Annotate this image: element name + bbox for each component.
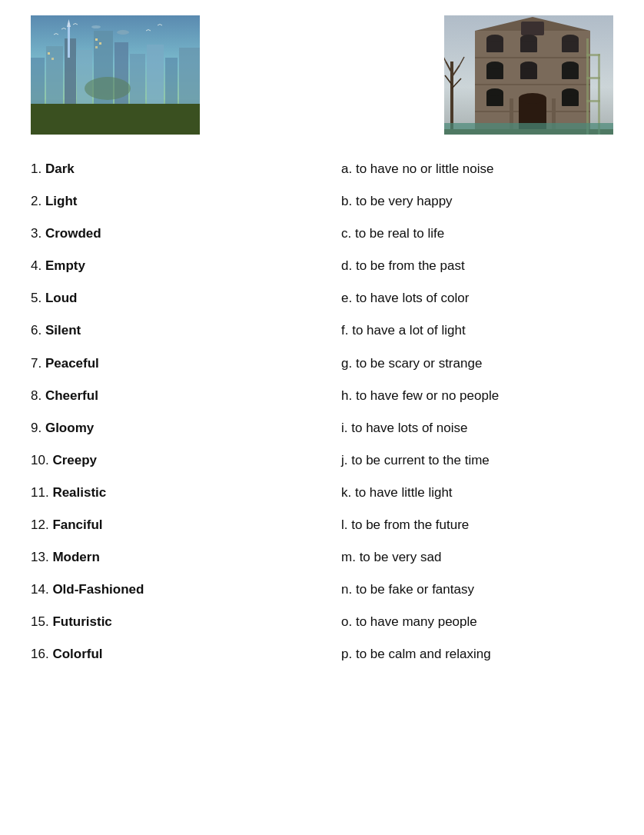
desc-letter: l. xyxy=(341,517,348,532)
desc-text: to be very happy xyxy=(356,194,453,208)
header xyxy=(31,15,613,138)
svg-rect-58 xyxy=(598,54,600,135)
item-word: Gloomy xyxy=(45,421,94,435)
desc-letter: i. xyxy=(341,421,348,435)
svg-rect-3 xyxy=(46,46,63,104)
list-item: 8. Cheerful xyxy=(31,388,303,404)
item-number: 10. xyxy=(31,453,49,467)
item-word: Old-Fashioned xyxy=(52,582,144,597)
page: 1. Dark2. Light3. Crowded4. Empty5. Loud… xyxy=(0,0,644,835)
desc-text: to be fake or fantasy xyxy=(356,582,474,597)
desc-item: b. to be very happy xyxy=(341,193,613,210)
desc-text: to have a lot of light xyxy=(352,323,465,338)
city-image xyxy=(31,15,200,138)
desc-letter: m. xyxy=(341,550,356,564)
list-item: 10. Creepy xyxy=(31,452,303,469)
desc-item: g. to be scary or strange xyxy=(341,355,613,372)
old-building-image xyxy=(444,15,613,138)
desc-text: to be very sad xyxy=(360,550,442,564)
item-word: Colorful xyxy=(52,647,102,661)
svg-rect-10 xyxy=(165,58,178,104)
svg-point-40 xyxy=(520,35,537,42)
svg-rect-13 xyxy=(68,23,70,58)
desc-item: f. to have a lot of light xyxy=(341,322,613,339)
desc-letter: g. xyxy=(341,356,352,371)
svg-rect-4 xyxy=(65,38,76,104)
desc-item: o. to have many people xyxy=(341,614,613,630)
item-word: Loud xyxy=(45,291,78,305)
svg-rect-17 xyxy=(95,38,98,41)
svg-rect-1 xyxy=(31,104,200,135)
item-number: 1. xyxy=(31,161,41,176)
item-number: 2. xyxy=(31,194,41,208)
item-number: 13. xyxy=(31,550,49,564)
item-word: Cheerful xyxy=(45,388,98,403)
svg-rect-32 xyxy=(521,22,544,35)
svg-rect-19 xyxy=(95,46,98,48)
desc-text: to have few or no people xyxy=(356,388,499,403)
desc-item: p. to be calm and relaxing xyxy=(341,646,613,663)
desc-letter: f. xyxy=(341,323,348,338)
desc-letter: h. xyxy=(341,388,352,403)
svg-rect-8 xyxy=(130,54,145,104)
desc-text: to be scary or strange xyxy=(356,356,482,371)
item-word: Light xyxy=(45,194,78,208)
svg-rect-60 xyxy=(586,77,600,79)
svg-point-53 xyxy=(519,93,546,104)
svg-point-39 xyxy=(486,35,503,42)
item-number: 15. xyxy=(31,614,49,629)
svg-point-12 xyxy=(85,77,131,100)
svg-point-45 xyxy=(486,62,503,69)
item-number: 8. xyxy=(31,388,41,403)
svg-rect-20 xyxy=(48,52,50,55)
desc-text: to have lots of noise xyxy=(351,421,467,435)
item-number: 6. xyxy=(31,323,41,338)
desc-letter: c. xyxy=(341,226,351,241)
item-word: Dark xyxy=(45,161,75,176)
list-item: 2. Light xyxy=(31,193,303,210)
item-number: 5. xyxy=(31,291,41,305)
list-item: 5. Loud xyxy=(31,290,303,307)
desc-text: to have little light xyxy=(355,485,453,500)
desc-item: k. to have little light xyxy=(341,484,613,501)
left-column: 1. Dark2. Light3. Crowded4. Empty5. Loud… xyxy=(31,161,318,679)
item-number: 11. xyxy=(31,485,49,500)
item-number: 7. xyxy=(31,356,41,371)
item-number: 4. xyxy=(31,258,41,273)
item-number: 12. xyxy=(31,517,49,532)
right-column: a. to have no or little noiseb. to be ve… xyxy=(318,161,613,679)
svg-point-46 xyxy=(520,62,537,69)
item-word: Fanciful xyxy=(52,517,102,532)
desc-item: n. to be fake or fantasy xyxy=(341,581,613,598)
title-box xyxy=(200,59,444,94)
svg-rect-62 xyxy=(444,123,613,135)
svg-point-50 xyxy=(486,88,503,96)
desc-item: h. to have few or no people xyxy=(341,388,613,404)
list-item: 6. Silent xyxy=(31,322,303,339)
desc-item: c. to be real to life xyxy=(341,225,613,242)
desc-letter: p. xyxy=(341,647,352,661)
desc-text: to have lots of color xyxy=(356,291,469,305)
item-number: 14. xyxy=(31,582,49,597)
svg-rect-21 xyxy=(51,58,54,60)
list-item: 3. Crowded xyxy=(31,225,303,242)
desc-item: m. to be very sad xyxy=(341,549,613,566)
svg-rect-59 xyxy=(586,54,600,56)
list-item: 1. Dark xyxy=(31,161,303,178)
desc-letter: n. xyxy=(341,582,352,597)
item-word: Realistic xyxy=(52,485,106,500)
item-number: 9. xyxy=(31,421,41,435)
desc-letter: o. xyxy=(341,614,352,629)
svg-point-15 xyxy=(117,30,129,35)
desc-text: to be from the future xyxy=(351,517,469,532)
desc-text: to be calm and relaxing xyxy=(356,647,491,661)
svg-rect-9 xyxy=(147,45,164,104)
svg-rect-11 xyxy=(179,48,200,104)
desc-item: i. to have lots of noise xyxy=(341,420,613,437)
item-number: 16. xyxy=(31,647,49,661)
svg-point-51 xyxy=(562,88,579,96)
desc-item: l. to be from the future xyxy=(341,517,613,534)
desc-text: to have many people xyxy=(356,614,477,629)
desc-item: j. to be current to the time xyxy=(341,452,613,469)
desc-item: e. to have lots of color xyxy=(341,290,613,307)
